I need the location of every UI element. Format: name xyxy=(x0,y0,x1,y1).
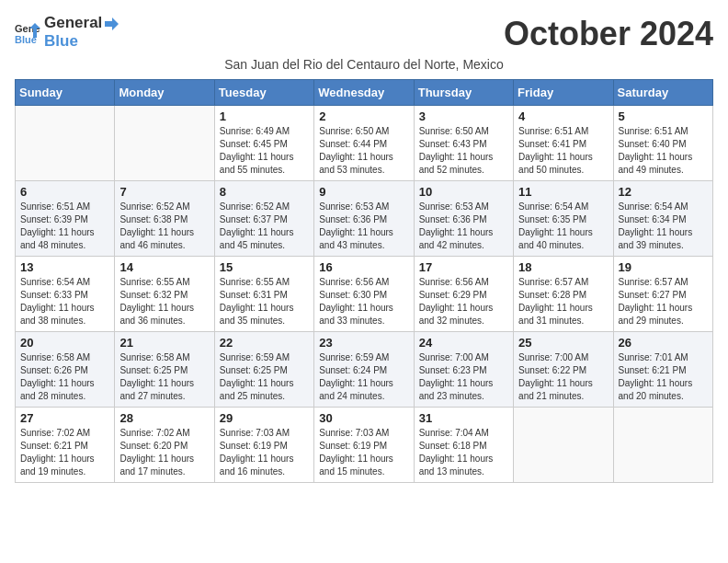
sunset: Sunset: 6:36 PM xyxy=(419,213,508,226)
day-number: 29 xyxy=(220,411,309,425)
day-detail: Sunrise: 6:55 AM Sunset: 6:32 PM Dayligh… xyxy=(119,276,209,327)
sunset: Sunset: 6:25 PM xyxy=(119,364,209,377)
sunrise: Sunrise: 6:54 AM xyxy=(20,276,109,289)
calendar-cell xyxy=(613,408,712,483)
daylight: Daylight: 11 hours and 24 minutes. xyxy=(319,377,408,403)
day-detail: Sunrise: 6:58 AM Sunset: 6:26 PM Dayligh… xyxy=(20,351,109,403)
calendar-cell: 15 Sunrise: 6:55 AM Sunset: 6:31 PM Dayl… xyxy=(214,257,313,332)
day-detail: Sunrise: 6:59 AM Sunset: 6:24 PM Dayligh… xyxy=(319,351,408,403)
day-number: 21 xyxy=(119,336,209,350)
day-number: 12 xyxy=(619,185,708,199)
day-detail: Sunrise: 6:51 AM Sunset: 6:39 PM Dayligh… xyxy=(20,201,109,252)
daylight: Daylight: 11 hours and 29 minutes. xyxy=(619,302,708,327)
sunset: Sunset: 6:41 PM xyxy=(518,138,608,151)
day-detail: Sunrise: 7:02 AM Sunset: 6:21 PM Dayligh… xyxy=(20,427,109,478)
sunrise: Sunrise: 6:50 AM xyxy=(419,125,508,138)
daylight: Daylight: 11 hours and 25 minutes. xyxy=(220,377,309,403)
calendar-cell: 5 Sunrise: 6:51 AM Sunset: 6:40 PM Dayli… xyxy=(613,106,712,181)
daylight: Daylight: 11 hours and 52 minutes. xyxy=(419,151,508,177)
day-number: 30 xyxy=(319,411,408,425)
sunset: Sunset: 6:21 PM xyxy=(20,440,109,453)
sunset: Sunset: 6:18 PM xyxy=(419,440,508,453)
day-detail: Sunrise: 6:53 AM Sunset: 6:36 PM Dayligh… xyxy=(419,201,508,252)
day-detail: Sunrise: 6:52 AM Sunset: 6:37 PM Dayligh… xyxy=(220,201,309,252)
sunrise: Sunrise: 6:54 AM xyxy=(619,201,708,213)
day-detail: Sunrise: 6:50 AM Sunset: 6:44 PM Dayligh… xyxy=(319,125,408,177)
day-number: 31 xyxy=(419,411,508,425)
daylight: Daylight: 11 hours and 36 minutes. xyxy=(119,302,209,327)
day-number: 7 xyxy=(119,185,209,199)
calendar-week-5: 27 Sunrise: 7:02 AM Sunset: 6:21 PM Dayl… xyxy=(16,408,713,483)
sunset: Sunset: 6:35 PM xyxy=(518,213,608,226)
sunset: Sunset: 6:38 PM xyxy=(119,213,209,226)
calendar-cell: 1 Sunrise: 6:49 AM Sunset: 6:45 PM Dayli… xyxy=(214,106,313,181)
logo-icon: General Blue xyxy=(15,19,40,45)
sunrise: Sunrise: 6:59 AM xyxy=(220,351,309,364)
sunrise: Sunrise: 6:57 AM xyxy=(619,276,708,289)
sunrise: Sunrise: 6:55 AM xyxy=(119,276,209,289)
header: General Blue General Blue October 2024 xyxy=(15,15,713,53)
calendar-cell: 24 Sunrise: 7:00 AM Sunset: 6:23 PM Dayl… xyxy=(414,332,513,408)
calendar-week-3: 13 Sunrise: 6:54 AM Sunset: 6:33 PM Dayl… xyxy=(16,257,713,332)
calendar-cell: 8 Sunrise: 6:52 AM Sunset: 6:37 PM Dayli… xyxy=(214,181,313,257)
daylight: Daylight: 11 hours and 32 minutes. xyxy=(419,302,508,327)
calendar-cell: 27 Sunrise: 7:02 AM Sunset: 6:21 PM Dayl… xyxy=(16,408,115,483)
sunset: Sunset: 6:32 PM xyxy=(119,289,209,302)
sunrise: Sunrise: 6:56 AM xyxy=(319,276,408,289)
sunset: Sunset: 6:25 PM xyxy=(220,364,309,377)
day-number: 11 xyxy=(518,185,608,199)
calendar-cell: 13 Sunrise: 6:54 AM Sunset: 6:33 PM Dayl… xyxy=(16,257,115,332)
sunset: Sunset: 6:22 PM xyxy=(518,364,608,377)
calendar-cell: 16 Sunrise: 6:56 AM Sunset: 6:30 PM Dayl… xyxy=(314,257,414,332)
calendar-cell: 28 Sunrise: 7:02 AM Sunset: 6:20 PM Dayl… xyxy=(115,408,214,483)
day-number: 14 xyxy=(119,260,209,274)
calendar-cell: 31 Sunrise: 7:04 AM Sunset: 6:18 PM Dayl… xyxy=(414,408,513,483)
day-detail: Sunrise: 6:57 AM Sunset: 6:27 PM Dayligh… xyxy=(619,276,708,327)
day-detail: Sunrise: 6:49 AM Sunset: 6:45 PM Dayligh… xyxy=(220,125,309,177)
calendar-cell: 19 Sunrise: 6:57 AM Sunset: 6:27 PM Dayl… xyxy=(613,257,712,332)
sunrise: Sunrise: 6:57 AM xyxy=(518,276,608,289)
sunrise: Sunrise: 6:49 AM xyxy=(220,125,309,138)
daylight: Daylight: 11 hours and 49 minutes. xyxy=(619,151,708,177)
daylight: Daylight: 11 hours and 46 minutes. xyxy=(119,226,209,252)
sunrise: Sunrise: 6:51 AM xyxy=(518,125,608,138)
day-number: 20 xyxy=(20,336,109,350)
calendar-table: SundayMondayTuesdayWednesdayThursdayFrid… xyxy=(15,79,713,483)
weekday-header-row: SundayMondayTuesdayWednesdayThursdayFrid… xyxy=(16,80,713,106)
calendar-cell xyxy=(514,408,613,483)
daylight: Daylight: 11 hours and 39 minutes. xyxy=(619,226,708,252)
sunrise: Sunrise: 7:03 AM xyxy=(319,427,408,440)
sunset: Sunset: 6:33 PM xyxy=(20,289,109,302)
day-detail: Sunrise: 6:54 AM Sunset: 6:34 PM Dayligh… xyxy=(619,201,708,252)
weekday-header-saturday: Saturday xyxy=(613,80,712,106)
weekday-header-thursday: Thursday xyxy=(414,80,513,106)
day-number: 27 xyxy=(20,411,109,425)
daylight: Daylight: 11 hours and 13 minutes. xyxy=(419,453,508,478)
calendar-week-4: 20 Sunrise: 6:58 AM Sunset: 6:26 PM Dayl… xyxy=(16,332,713,408)
sunrise: Sunrise: 6:59 AM xyxy=(319,351,408,364)
sunset: Sunset: 6:28 PM xyxy=(518,289,608,302)
calendar-cell: 30 Sunrise: 7:03 AM Sunset: 6:19 PM Dayl… xyxy=(314,408,414,483)
day-number: 16 xyxy=(319,260,408,274)
day-number: 24 xyxy=(419,336,508,350)
weekday-header-monday: Monday xyxy=(115,80,214,106)
calendar-cell: 6 Sunrise: 6:51 AM Sunset: 6:39 PM Dayli… xyxy=(16,181,115,257)
daylight: Daylight: 11 hours and 20 minutes. xyxy=(619,377,708,403)
sunrise: Sunrise: 6:50 AM xyxy=(319,125,408,138)
day-number: 26 xyxy=(619,336,708,350)
day-detail: Sunrise: 6:54 AM Sunset: 6:35 PM Dayligh… xyxy=(518,201,608,252)
sunrise: Sunrise: 6:52 AM xyxy=(119,201,209,213)
sunset: Sunset: 6:23 PM xyxy=(419,364,508,377)
day-detail: Sunrise: 6:52 AM Sunset: 6:38 PM Dayligh… xyxy=(119,201,209,252)
sunrise: Sunrise: 7:00 AM xyxy=(419,351,508,364)
calendar-cell: 12 Sunrise: 6:54 AM Sunset: 6:34 PM Dayl… xyxy=(613,181,712,257)
sunrise: Sunrise: 6:51 AM xyxy=(20,201,109,213)
sunset: Sunset: 6:27 PM xyxy=(619,289,708,302)
sunset: Sunset: 6:39 PM xyxy=(20,213,109,226)
calendar-cell: 20 Sunrise: 6:58 AM Sunset: 6:26 PM Dayl… xyxy=(16,332,115,408)
calendar-header: SundayMondayTuesdayWednesdayThursdayFrid… xyxy=(16,80,713,106)
day-detail: Sunrise: 6:51 AM Sunset: 6:40 PM Dayligh… xyxy=(619,125,708,177)
daylight: Daylight: 11 hours and 23 minutes. xyxy=(419,377,508,403)
day-detail: Sunrise: 6:57 AM Sunset: 6:28 PM Dayligh… xyxy=(518,276,608,327)
day-number: 5 xyxy=(619,109,708,123)
